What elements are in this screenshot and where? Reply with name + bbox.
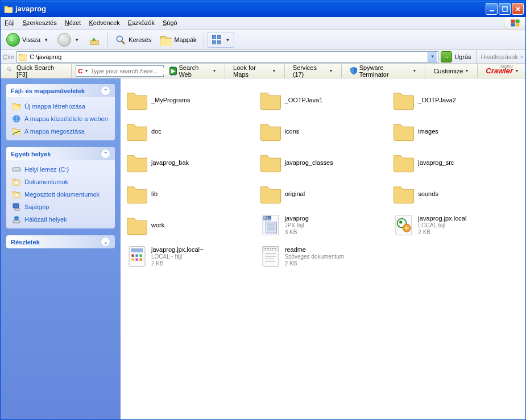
share-folder-link[interactable]: A mappa megosztása — [12, 127, 109, 136]
item-name: javaprog.jpx.local~ — [151, 246, 203, 253]
windows-logo[interactable] — [504, 17, 525, 30]
search-input[interactable] — [90, 68, 169, 74]
other-places-header[interactable]: Egyéb helyek⌃ — [6, 147, 115, 160]
address-field[interactable]: C:\javaprog ▼ — [16, 51, 438, 63]
address-dropdown-icon[interactable]: ▼ — [428, 52, 437, 62]
item-name: javaprog_classes — [285, 159, 333, 166]
my-computer-link[interactable]: Sajátgép — [12, 202, 109, 211]
address-label: Cím — [3, 53, 14, 60]
file-tasks-header[interactable]: Fájl- és mappaműveletek⌃ — [6, 84, 115, 97]
folder-item[interactable]: doc — [123, 115, 256, 147]
menu-view[interactable]: Nézet — [61, 17, 85, 30]
customize-button[interactable]: Customize▾ — [429, 65, 473, 77]
links-label[interactable]: Hivatkozások — [481, 53, 518, 60]
item-name: work — [151, 222, 164, 228]
collapse-icon: ⌃ — [101, 149, 110, 159]
crawler-brand[interactable]: Crawler▾ — [482, 65, 523, 77]
file-size: 3 KB — [285, 229, 309, 235]
file-size: 2 KB — [285, 260, 345, 267]
folders-button[interactable]: Mappák — [156, 32, 200, 48]
folder-item[interactable]: lib — [123, 178, 256, 209]
file-item[interactable]: javaprog JPX fájl3 KB — [256, 209, 390, 240]
folder-icon — [392, 182, 416, 206]
folder-item[interactable]: javaprog_bak — [123, 147, 256, 178]
address-path: C:\javaprog — [30, 53, 61, 60]
folder-item[interactable]: javaprog_classes — [256, 147, 390, 178]
menu-bar: Fájl Szerkesztés Nézet Kedvencek Eszközö… — [1, 17, 525, 30]
globe-icon — [12, 114, 21, 123]
menu-favorites[interactable]: Kedvencek — [85, 17, 123, 30]
file-item[interactable]: readme Szöveges dokumentum2 KB — [256, 240, 390, 272]
spyware-button[interactable]: Spyware Terminator▾ — [346, 65, 421, 77]
folder-item[interactable]: _OOTPJava1 — [256, 84, 390, 115]
links-chevron-icon[interactable]: » — [520, 54, 523, 60]
folders-icon — [159, 34, 172, 46]
details-header[interactable]: Részletek⌄ — [6, 235, 115, 248]
folder-icon — [125, 182, 149, 206]
folder-item[interactable]: _OOTPJava2 — [390, 84, 523, 115]
file-item[interactable]: javaprog.jpx.local~ LOCAL~ fájl2 KB — [123, 240, 256, 272]
network-places-link[interactable]: Hálózati helyek — [12, 215, 109, 224]
search-web-button[interactable]: ▶Search Web▾ — [165, 65, 221, 77]
item-name: javaprog — [285, 215, 309, 222]
folder-item[interactable]: _MyPrograms — [123, 84, 256, 115]
go-button[interactable]: → — [441, 51, 452, 63]
maximize-button[interactable] — [499, 3, 511, 15]
folder-item[interactable]: sounds — [390, 178, 523, 209]
services-button[interactable]: Services (17)▾ — [289, 65, 337, 77]
publish-folder-link[interactable]: A mappa közzététele a weben — [12, 114, 109, 123]
folder-icon — [392, 88, 416, 112]
folder-item[interactable]: original — [256, 178, 390, 209]
window-folder-icon — [4, 5, 13, 14]
forward-icon: → — [57, 33, 71, 47]
item-name: javaprog_bak — [151, 159, 189, 166]
folder-icon — [259, 88, 283, 112]
new-folder-link[interactable]: Új mappa létrehozása — [12, 102, 109, 111]
up-button[interactable] — [85, 32, 104, 48]
local-disk-link[interactable]: Helyi lemez (C:) — [12, 165, 109, 174]
localt-icon — [125, 244, 149, 268]
title-bar: javaprog — [1, 1, 525, 17]
views-dropdown-icon: ▼ — [225, 38, 231, 43]
search-button[interactable]: Keresés — [111, 32, 155, 48]
collapse-icon: ⌃ — [101, 86, 110, 95]
folder-item[interactable]: javaprog_src — [390, 147, 523, 178]
quick-search-button[interactable]: Quick Search [F3] — [3, 65, 67, 77]
views-button[interactable]: ▼ — [208, 32, 235, 48]
folder-icon — [125, 151, 149, 174]
close-button[interactable] — [512, 3, 524, 15]
search-icon — [115, 34, 126, 45]
folder-item[interactable]: work — [123, 209, 256, 240]
views-icon — [211, 34, 222, 45]
crawler-search-input[interactable]: C▾ ▼ — [76, 65, 164, 77]
item-name: lib — [151, 190, 158, 197]
item-name: _MyPrograms — [151, 97, 190, 103]
item-name: _OOTPJava2 — [418, 97, 456, 103]
menu-file[interactable]: Fájl — [1, 17, 19, 30]
play-icon: ▶ — [169, 67, 177, 75]
documents-link[interactable]: Dokumentumok — [12, 177, 109, 186]
expand-icon: ⌄ — [101, 237, 110, 247]
menu-tools[interactable]: Eszközök — [124, 17, 159, 30]
folder-item[interactable]: images — [390, 115, 523, 147]
folder-item[interactable]: icons — [256, 115, 390, 147]
back-button[interactable]: ← Vissza ▼ — [3, 32, 53, 48]
forward-button[interactable]: → ▼ — [54, 32, 84, 48]
file-list-area[interactable]: _MyPrograms _OOTPJava1 _OOTPJava2 doc ic… — [121, 78, 525, 419]
item-name: images — [418, 128, 438, 135]
maps-button[interactable]: Look for Maps▾ — [229, 65, 280, 77]
item-name: javaprog.jpx.local — [418, 215, 466, 222]
shared-docs-link[interactable]: Megosztott dokumentumok — [12, 190, 109, 199]
item-name: doc — [151, 128, 161, 135]
menu-help[interactable]: Súgó — [159, 17, 181, 30]
item-name: icons — [285, 128, 300, 135]
menu-edit[interactable]: Szerkesztés — [19, 17, 61, 30]
minimize-button[interactable] — [486, 3, 498, 15]
svg-rect-42 — [503, 7, 507, 11]
file-item[interactable]: javaprog.jpx.local LOCAL fájl2 KB — [390, 209, 523, 240]
folder-icon — [392, 151, 416, 174]
item-name: sounds — [418, 190, 438, 197]
item-name: original — [285, 190, 305, 197]
file-type: Szöveges dokumentum — [285, 253, 345, 260]
address-bar: Cím C:\javaprog ▼ → Ugrás Hivatkozások » — [1, 50, 525, 64]
